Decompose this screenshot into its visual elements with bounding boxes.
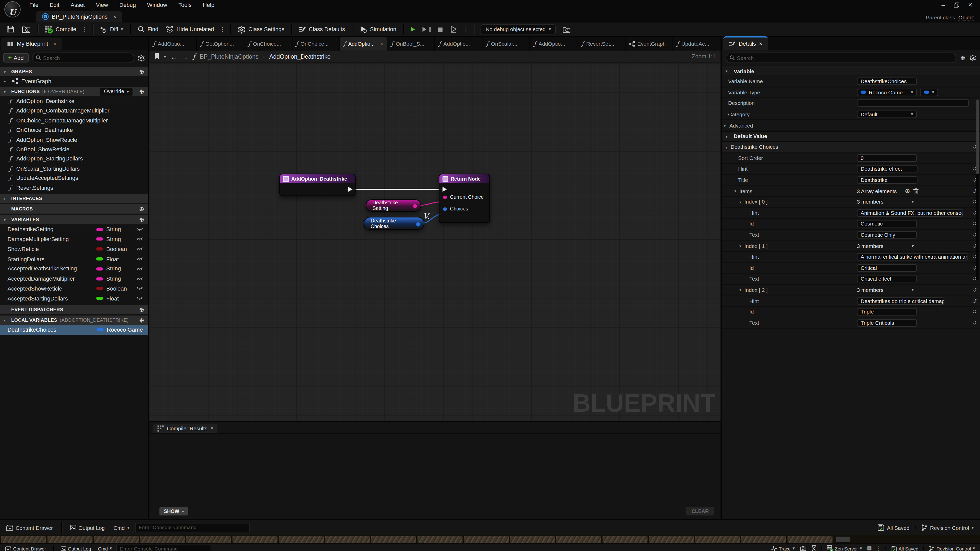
display-filter-grid-icon[interactable]: ▦ bbox=[960, 55, 966, 61]
function-item[interactable]: ƒAddOption_Deathstrike bbox=[0, 97, 148, 106]
reset-to-default-icon[interactable]: ↺ bbox=[972, 309, 977, 315]
index-hint-input[interactable]: A normal critical strike with extra anim… bbox=[857, 253, 968, 260]
graph-tab[interactable]: ƒOnChoice... bbox=[292, 37, 340, 51]
console-command-input[interactable] bbox=[135, 523, 250, 532]
hide-unrelated-button[interactable]: Hide Unrelated bbox=[163, 24, 217, 35]
reset-to-default-icon[interactable]: ↺ bbox=[972, 298, 977, 304]
graph-tab[interactable]: ƒRevertSet... bbox=[578, 37, 625, 51]
pin-out-object[interactable] bbox=[416, 221, 421, 227]
close-panel-icon[interactable]: × bbox=[759, 41, 762, 47]
hide-unrelated-kebab[interactable]: ⋮ bbox=[218, 26, 227, 32]
local-variable-row-selected[interactable]: DeathstrikeChoices Rococo Game Optio bbox=[0, 325, 148, 335]
index-text-input[interactable]: Critical effect bbox=[857, 275, 917, 283]
category-combobox[interactable]: Default ▾ bbox=[857, 111, 917, 118]
variables-header[interactable]: ▾ VARIABLES ⊕ bbox=[0, 215, 148, 224]
chevron-down-icon[interactable]: ▾ bbox=[912, 287, 914, 292]
compile-options-kebab[interactable]: ⋮ bbox=[81, 26, 89, 32]
content-drawer-button[interactable]: Content Drawer bbox=[3, 546, 48, 551]
row-index-2[interactable]: ▾ Index [ 2 ] 3 members▾ ↺ bbox=[722, 285, 980, 295]
menu-tools[interactable]: Tools bbox=[174, 0, 196, 9]
find-button[interactable]: Find bbox=[134, 24, 162, 35]
class-defaults-button[interactable]: Class Defaults bbox=[296, 24, 348, 35]
restore-icon[interactable] bbox=[954, 2, 959, 8]
cmd-dropdown[interactable]: Cmd ▾ bbox=[110, 524, 132, 530]
graph-canvas[interactable]: AddOption_Deathstrike Return Node Curren… bbox=[149, 63, 721, 421]
index-text-input[interactable]: Triple Criticals bbox=[857, 319, 917, 327]
row-index-1[interactable]: ▾ Index [ 1 ] 3 members▾ ↺ bbox=[722, 241, 980, 252]
graph-tab[interactable]: ƒOnScalar... bbox=[483, 37, 530, 51]
graph-tab[interactable]: ƒAddOptio... bbox=[530, 37, 578, 51]
scrollbar-thumb[interactable] bbox=[976, 99, 979, 174]
graphs-header[interactable]: ▾ GRAPHS ⊕ bbox=[0, 67, 148, 76]
function-item[interactable]: ƒAddOption_CombatDamageMultiplier bbox=[0, 106, 148, 116]
pin-row-current-choice[interactable]: Current Choice bbox=[439, 193, 490, 201]
index-hint-input[interactable]: Animation & Sound FX, but no other conse… bbox=[857, 209, 963, 217]
revision-control-button[interactable]: Revision Control ▾ bbox=[918, 524, 977, 531]
reset-to-default-icon[interactable]: ↺ bbox=[972, 320, 977, 326]
functions-header[interactable]: ▾ FUNCTIONS (5 OVERRIDABLE) Override ▾ ⊕ bbox=[0, 87, 148, 97]
index-id-input[interactable]: Triple bbox=[857, 308, 917, 316]
diff-button[interactable]: Diff ▾ bbox=[97, 24, 126, 35]
pin-current-choice[interactable] bbox=[443, 195, 447, 199]
debug-object-dropdown[interactable]: No debug object selected ▾ bbox=[480, 24, 556, 35]
frame-skip-button[interactable] bbox=[419, 25, 434, 33]
browse-asset-button[interactable] bbox=[19, 24, 34, 35]
close-tab-icon[interactable]: × bbox=[210, 426, 213, 431]
interfaces-header[interactable]: ▸ INTERFACES bbox=[0, 194, 148, 203]
graph-tab[interactable]: ƒAddOptio... bbox=[435, 37, 483, 51]
eye-closed-icon[interactable] bbox=[136, 267, 143, 271]
close-tab-icon[interactable]: × bbox=[113, 14, 116, 20]
eye-closed-icon[interactable] bbox=[136, 247, 143, 251]
section-default-value[interactable]: ▾ Default Value bbox=[722, 131, 980, 142]
row-advanced[interactable]: ▸ Advanced bbox=[722, 120, 980, 131]
add-array-element-icon[interactable]: ⊕ bbox=[905, 188, 910, 194]
graph-tab[interactable]: ƒAddOptio... bbox=[149, 37, 197, 51]
close-panel-icon[interactable]: × bbox=[53, 41, 56, 47]
add-dispatcher-icon[interactable]: ⊕ bbox=[139, 306, 145, 313]
graph-tab-eventgraph[interactable]: EventGraph bbox=[625, 37, 673, 51]
exec-out-pin[interactable] bbox=[348, 187, 352, 192]
function-item[interactable]: ƒRevertSettings bbox=[0, 183, 148, 192]
variable-row[interactable]: DeathstrikeSettingString bbox=[0, 224, 148, 234]
details-search-input[interactable] bbox=[735, 55, 956, 61]
function-item[interactable]: ƒOnChoice_Deathstrike bbox=[0, 125, 148, 135]
local-variables-header[interactable]: ▾ LOCAL VARIABLES (ADDOPTION_DEATHSTRIKE… bbox=[0, 315, 148, 325]
description-input[interactable] bbox=[857, 100, 969, 107]
revision-control-button[interactable]: Revision Control ▾ bbox=[926, 545, 977, 551]
graph-tab-active[interactable]: ƒAddOptio...× bbox=[340, 37, 387, 51]
bookmark-icon[interactable] bbox=[154, 53, 159, 60]
index-id-input[interactable]: Critical bbox=[857, 264, 917, 272]
find-node-button[interactable] bbox=[447, 25, 461, 34]
conversion-node-glyph[interactable]: V. bbox=[423, 212, 430, 221]
node-function-entry[interactable]: AddOption_Deathstrike bbox=[280, 174, 356, 196]
graph-tab[interactable]: ƒOnChoice... bbox=[245, 37, 292, 51]
forward-icon[interactable]: → bbox=[181, 53, 188, 60]
chevron-down-icon[interactable]: ▾ bbox=[912, 243, 914, 248]
add-function-icon[interactable]: ⊕ bbox=[139, 88, 145, 95]
menu-file[interactable]: File bbox=[25, 0, 43, 9]
simulation-button[interactable]: Simulation bbox=[356, 24, 399, 35]
eye-closed-icon[interactable] bbox=[136, 296, 143, 300]
output-log-button[interactable]: Output Log bbox=[58, 546, 94, 551]
variable-row[interactable]: ShowReticleBoolean bbox=[0, 244, 148, 254]
menu-view[interactable]: View bbox=[92, 0, 113, 9]
container-type-dropdown[interactable]: ▾ bbox=[920, 89, 938, 96]
search-input[interactable] bbox=[41, 55, 134, 61]
tab-compiler-results[interactable]: Compiler Results × bbox=[153, 424, 218, 433]
variable-row[interactable]: AcceptedDamageMultiplierString bbox=[0, 274, 148, 284]
clear-button[interactable]: CLEAR bbox=[686, 507, 714, 516]
variable-row[interactable]: AcceptedStartingDollarsFloat bbox=[0, 294, 148, 303]
output-log-button[interactable]: Output Log bbox=[67, 524, 108, 530]
all-saved-button[interactable]: All Saved bbox=[875, 524, 913, 531]
console-input[interactable] bbox=[136, 525, 250, 530]
eye-closed-icon[interactable] bbox=[136, 286, 143, 291]
back-icon[interactable]: ← bbox=[170, 53, 177, 60]
eye-closed-icon[interactable] bbox=[136, 257, 143, 261]
minimize-icon[interactable]: – bbox=[942, 2, 945, 8]
macros-header[interactable]: MACROS ⊕ bbox=[0, 205, 148, 214]
save-asset-button[interactable] bbox=[4, 24, 18, 35]
graph-tab[interactable]: ƒUpdateAc... bbox=[673, 37, 721, 51]
pin-out-string[interactable] bbox=[412, 203, 417, 209]
variable-row[interactable]: DamageMultiplierSettingString bbox=[0, 234, 148, 245]
function-item[interactable]: ƒAddOption_StartingDollars bbox=[0, 154, 148, 164]
